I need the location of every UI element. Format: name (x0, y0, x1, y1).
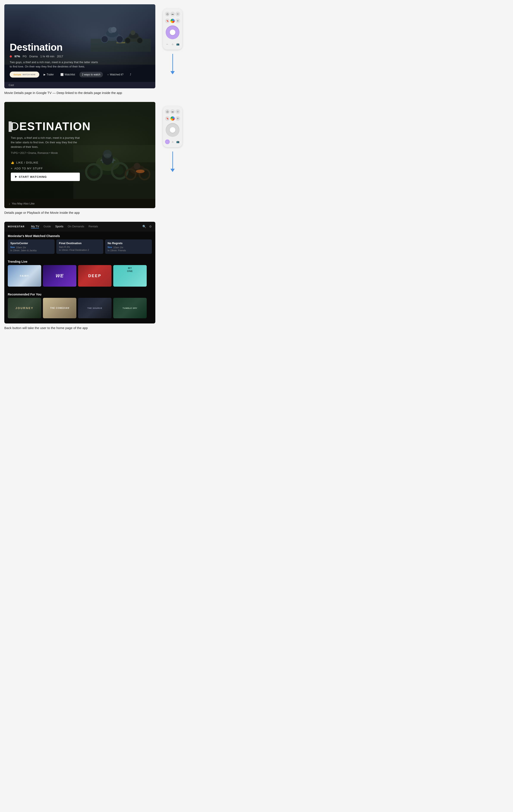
start-watching-button[interactable]: START WATCHING (11, 173, 80, 181)
remote-control-1: ⏻ ▬ ⊡ 🔖 ⚙ ← ⌂ 📺 (163, 9, 182, 50)
trending-card-fairy[interactable]: Fairy (8, 265, 41, 287)
app-bottom-bar[interactable]: ↓ You May Also Like (4, 199, 155, 208)
rec-card-journey[interactable]: JOURNEY (8, 298, 41, 318)
power-button-2[interactable]: ⏻ (165, 109, 170, 114)
remote1-area: ⏻ ▬ ⊡ 🔖 ⚙ ← ⌂ 📺 (155, 4, 190, 79)
share-icon: ⤴ (130, 73, 131, 76)
nav-item-mytv[interactable]: My TV (31, 224, 39, 228)
google-assistant-button[interactable] (170, 18, 176, 24)
channel-next-2: In 19min: Final Destination 2 (59, 249, 101, 251)
myone-layout: MY ONE (127, 267, 133, 272)
section1: Destination 97% PG Drama 1 hr 49 min 201… (4, 4, 186, 100)
nav-item-guide[interactable]: Guide (43, 224, 51, 228)
channel-card-2[interactable]: Final Destination 9am R 2hr In 19min: Fi… (56, 239, 103, 254)
moviestar-screen: MOVIESTAR My TV Guide Sports On Demands … (4, 222, 155, 323)
watchlist-button[interactable]: ⬜ Watchlist (58, 72, 77, 77)
rec-tumble-label: TUMBLE DRY (123, 307, 137, 309)
gtv-cast-bar: Cast (4, 82, 155, 88)
myone-my-text: MY (127, 267, 133, 269)
settings-icon-btn[interactable]: ⊡ (176, 12, 180, 17)
ways-to-watch-button[interactable]: 2 ways to watch (79, 72, 103, 77)
add-to-mystuff-button[interactable]: + ADD TO MY STUFF (11, 167, 80, 170)
gtv-title: Destination (10, 41, 150, 53)
rec-card-comedian[interactable]: THE COMEDIAN (43, 298, 76, 318)
bookmark-remote-button[interactable]: 🔖 (165, 19, 170, 23)
channel-time-1: 10am 1hr (16, 246, 26, 249)
watched-label: Watched it? (110, 73, 124, 76)
trending-deep-bg: DEEP (78, 265, 111, 287)
channel-card-1[interactable]: SportsCenter New 10am 1hr In 19min: Jale… (8, 239, 55, 254)
channel-time-3: 10am 1hr (113, 246, 123, 249)
page-wrapper: Destination 97% PG Drama 1 hr 49 min 201… (0, 0, 190, 346)
trending-deep-label: DEEP (88, 274, 101, 278)
remote-control-2: ⏻ ▬ ⊡ 🔖 ⚙ ← ⌂ 📺 (163, 106, 182, 147)
rec-card-tumble[interactable]: TUMBLE DRY (113, 298, 147, 318)
ms-nav-icons: 🔍 ⚙ (142, 225, 152, 228)
back-button-2[interactable]: ← (165, 139, 170, 144)
trailer-label: Trailer (47, 73, 54, 76)
trending-card-deep[interactable]: DEEP (78, 265, 111, 287)
settings-button[interactable]: ⚙ (149, 225, 152, 228)
search-button[interactable]: 🔍 (142, 225, 146, 228)
back-button-1[interactable]: ← (165, 42, 170, 47)
ms-channels-row: SportsCenter New 10am 1hr In 19min: Jale… (4, 239, 155, 257)
remote-select-button[interactable] (170, 30, 176, 35)
power-button[interactable]: ⏻ (165, 12, 170, 17)
nav-item-ondemands[interactable]: On Demands (68, 224, 84, 228)
ms-bottom-spacer (4, 321, 155, 323)
gtv-actions: tivium WATCH NOW ▶ Trailer ⬜ Watchlist (10, 71, 150, 78)
gear-button-2[interactable]: ⚙ (176, 116, 180, 121)
channel-time-2: 9am R 2hr (59, 246, 101, 248)
app-title-rest: ESTINATION (20, 120, 91, 133)
gear-button[interactable]: ⚙ (176, 19, 180, 23)
app-hero: DESTINATION Two guys, a thief and a rich… (4, 102, 155, 199)
pg-label: PG (23, 55, 27, 58)
channel-card-3[interactable]: No Regrets New 10am 1hr In 19min: Friend… (105, 239, 152, 254)
app-title: DESTINATION (11, 120, 149, 133)
app-screen: DESTINATION Two guys, a thief and a rich… (4, 102, 155, 208)
watched-button[interactable]: ○ Watched it? (105, 72, 126, 77)
thumbs-up-icon: 👍 (11, 161, 15, 164)
gtv-meta: 97% PG Drama 1 hr 49 min 2017 (10, 55, 150, 58)
google-assistant-button-2[interactable] (170, 116, 176, 121)
nav-item-sports[interactable]: Sports (55, 224, 63, 228)
nav-item-rentals[interactable]: Rentals (88, 224, 98, 228)
google-g-icon (170, 19, 175, 23)
cast-label: Cast (9, 84, 14, 87)
trailer-button[interactable]: ▶ Trailer (42, 72, 56, 77)
trending-card-myone[interactable]: MY ONE (113, 265, 147, 287)
arrow-connector-1 (170, 50, 175, 79)
channel-name-1: SportsCenter (10, 241, 52, 245)
settings-icon-btn-2[interactable]: ⊡ (176, 109, 180, 114)
section3-remote-placeholder (155, 222, 190, 226)
gtv-screen: Destination 97% PG Drama 1 hr 49 min 201… (4, 4, 155, 88)
ms-trending-row: Fairy we DEEP (4, 265, 155, 290)
rec-card-source[interactable]: THE SOURCE (78, 298, 111, 318)
remote-trackpad-1[interactable] (166, 25, 180, 39)
bookmark-remote-button-2[interactable]: 🔖 (165, 116, 170, 121)
remote-trackpad-2[interactable] (166, 123, 180, 137)
trending-we-label: we (56, 273, 64, 279)
mute-button[interactable]: ▬ (170, 12, 175, 17)
share-button[interactable]: ⤴ (128, 72, 133, 77)
home-button-2[interactable]: ⌂ (170, 139, 175, 144)
gtv-hero: Destination 97% PG Drama 1 hr 49 min 201… (4, 4, 155, 82)
google-g-icon-2 (170, 116, 175, 121)
trending-fairy-label: Fairy (20, 274, 29, 277)
trending-card-we[interactable]: we (43, 265, 76, 287)
home-button-1[interactable]: ⌂ (170, 42, 175, 47)
tivium-watch-button[interactable]: tivium WATCH NOW (10, 71, 39, 78)
like-dislike-button[interactable]: 👍 LIKE / DISLIKE (11, 161, 80, 164)
arrow-connector-2 (170, 147, 175, 176)
rec-comedian-bg: THE COMEDIAN (43, 298, 76, 318)
channel-new-badge-1: New (10, 246, 15, 249)
tv-button-2[interactable]: 📺 (176, 139, 180, 144)
genre-label: Drama (29, 55, 38, 58)
mute-button-2[interactable]: ▬ (170, 109, 175, 114)
remote-select-button-2[interactable] (170, 127, 176, 133)
arrow-line-2 (172, 151, 173, 169)
plus-icon: + (11, 167, 13, 170)
gtv-hero-content: Destination 97% PG Drama 1 hr 49 min 201… (10, 41, 150, 78)
tv-button-1[interactable]: 📺 (176, 42, 180, 47)
rec-journey-bg: JOURNEY (8, 298, 41, 318)
